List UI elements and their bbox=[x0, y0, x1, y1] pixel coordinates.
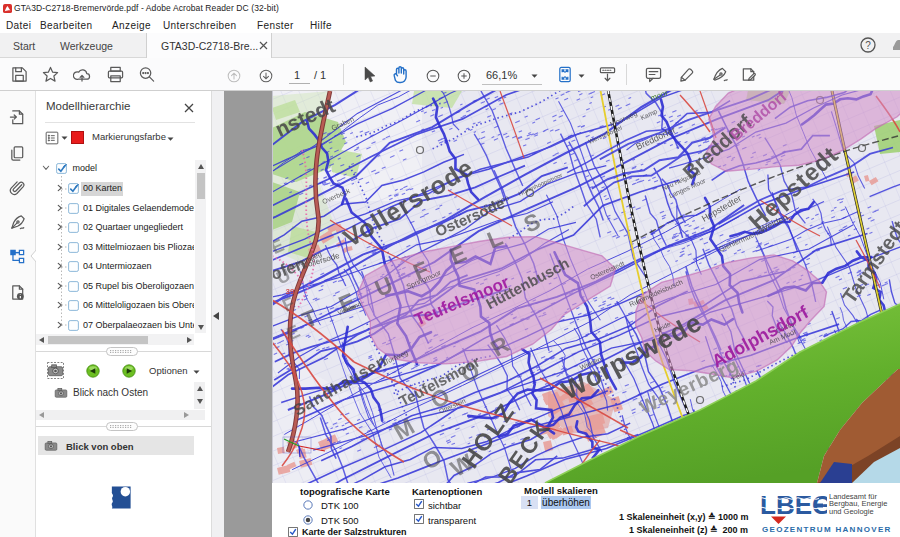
svg-text:39: 39 bbox=[286, 287, 295, 296]
svg-text:?: ? bbox=[865, 40, 871, 51]
